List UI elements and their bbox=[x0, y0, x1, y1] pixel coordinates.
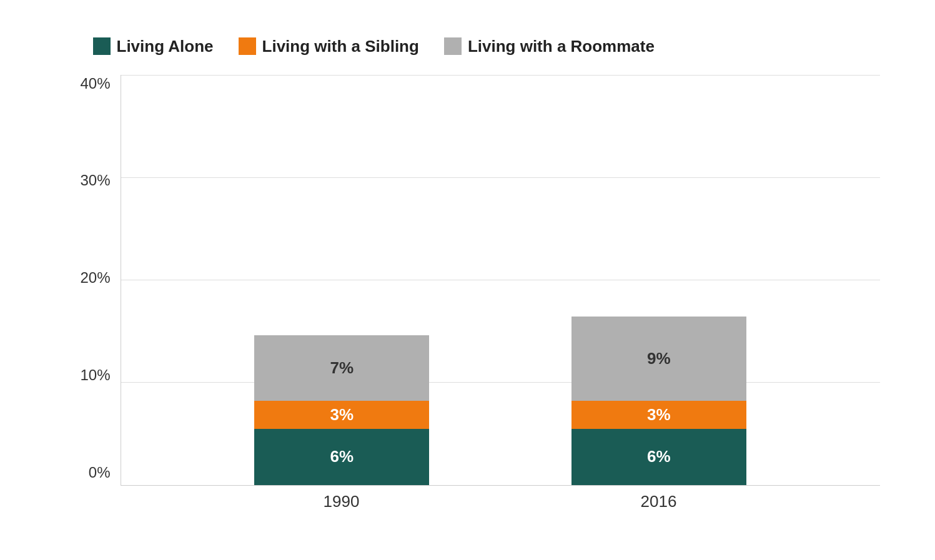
y-axis-label: 30% bbox=[81, 172, 111, 189]
bar-segment-living-sibling: 3% bbox=[254, 401, 429, 429]
plot-area: 6%3%7%6%3%9% 19902016 bbox=[121, 75, 880, 511]
bar-segment-living-roommate: 9% bbox=[571, 317, 746, 401]
bar-group-1990: 6%3%7% bbox=[254, 335, 429, 485]
bar-segment-living-alone: 6% bbox=[254, 429, 429, 485]
legend-swatch-living-sibling bbox=[239, 37, 256, 55]
bar-stack-1990: 6%3%7% bbox=[254, 335, 429, 485]
legend: Living Alone Living with a Sibling Livin… bbox=[81, 37, 880, 56]
bar-label-living-sibling: 3% bbox=[647, 405, 671, 425]
bar-stack-2016: 6%3%9% bbox=[571, 317, 746, 485]
bar-group-2016: 6%3%9% bbox=[571, 317, 746, 485]
bar-label-living-roommate: 7% bbox=[330, 358, 354, 378]
legend-label-living-sibling: Living with a Sibling bbox=[262, 37, 419, 56]
bar-segment-living-roommate: 7% bbox=[254, 335, 429, 401]
legend-item-living-sibling: Living with a Sibling bbox=[239, 37, 419, 56]
y-axis-label: 10% bbox=[81, 366, 111, 384]
legend-swatch-living-alone bbox=[93, 37, 111, 55]
x-label-2016: 2016 bbox=[571, 492, 746, 511]
y-axis: 40%30%20%10%0% bbox=[81, 75, 121, 511]
legend-item-living-alone: Living Alone bbox=[93, 37, 214, 56]
legend-item-living-roommate: Living with a Roommate bbox=[444, 37, 655, 56]
y-axis-label: 40% bbox=[81, 75, 111, 92]
legend-label-living-alone: Living Alone bbox=[117, 37, 214, 56]
legend-label-living-roommate: Living with a Roommate bbox=[468, 37, 655, 56]
chart-container: Living Alone Living with a Sibling Livin… bbox=[31, 24, 905, 536]
bars-wrapper: 6%3%7%6%3%9% bbox=[121, 75, 880, 485]
bar-label-living-alone: 6% bbox=[330, 447, 354, 466]
x-labels: 19902016 bbox=[121, 486, 880, 511]
bar-segment-living-alone: 6% bbox=[571, 429, 746, 485]
bars-and-grid: 6%3%7%6%3%9% bbox=[121, 75, 880, 486]
chart-area: 40%30%20%10%0% 6%3%7%6%3%9% 19902016 bbox=[81, 75, 880, 511]
x-label-1990: 1990 bbox=[254, 492, 429, 511]
bar-segment-living-sibling: 3% bbox=[571, 401, 746, 429]
legend-swatch-living-roommate bbox=[444, 37, 462, 55]
bar-label-living-sibling: 3% bbox=[330, 405, 354, 425]
bar-label-living-roommate: 9% bbox=[647, 349, 671, 368]
y-axis-label: 0% bbox=[89, 464, 111, 481]
y-axis-label: 20% bbox=[81, 269, 111, 287]
bar-label-living-alone: 6% bbox=[647, 447, 671, 466]
